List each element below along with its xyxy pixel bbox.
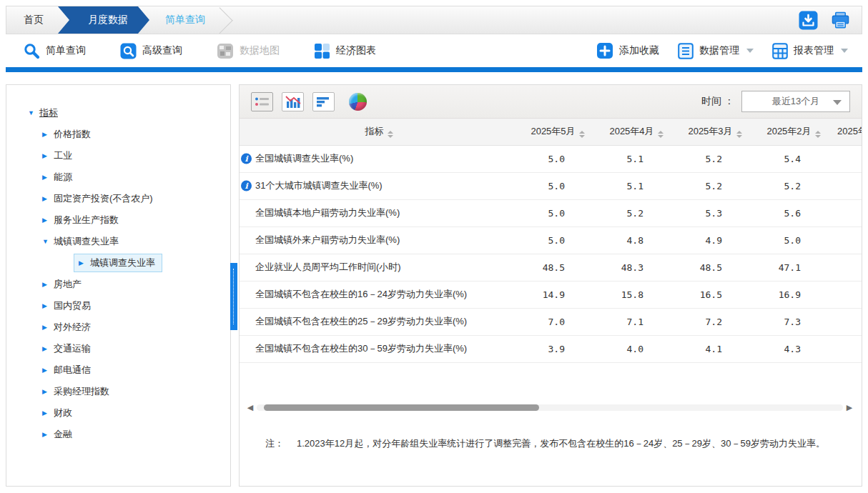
sort-icon[interactable] (658, 131, 664, 138)
download-button[interactable] (799, 11, 818, 30)
add-favorite-button[interactable]: 添加收藏 (596, 42, 659, 59)
table-row[interactable]: 企业就业人员周平均工作时间(小时) 48.5 48.3 48.5 47.1 (240, 254, 862, 281)
tree-collapsed-icon[interactable]: ▶ (42, 388, 54, 395)
economic-charts-button[interactable]: 经济图表 (314, 43, 376, 59)
printer-icon (831, 11, 850, 30)
scroll-right-icon[interactable]: ▶ (844, 403, 854, 412)
tree-expanded-icon[interactable]: ▼ (42, 238, 54, 245)
tree-expanded-icon[interactable]: ▼ (28, 109, 39, 116)
cell-value: 4.9 (676, 226, 754, 254)
tree-item-survey-unemployment[interactable]: ▼城镇调查失业率 (42, 231, 230, 252)
tree-item-pmi[interactable]: ▶采购经理指数 (42, 381, 230, 402)
cell-value: 14.9 (518, 281, 597, 308)
tree-item-post-telecom[interactable]: ▶邮电通信 (42, 359, 230, 381)
table-header-row: 指标 2025年5月 2025年4月 2025年3月 2025年2月 2025年 (240, 119, 862, 145)
tree-item-domestic-trade[interactable]: ▶国内贸易 (42, 295, 230, 317)
tree-item-fiscal[interactable]: ▶财政 (42, 402, 230, 424)
tree-collapsed-icon[interactable]: ▶ (42, 152, 54, 159)
time-range-select[interactable]: 最近13个月 (741, 91, 850, 112)
sort-icon[interactable] (736, 131, 742, 138)
tree-collapsed-icon[interactable]: ▶ (42, 324, 54, 331)
breadcrumb-home-tab[interactable]: 首页 (6, 6, 68, 34)
sort-icon[interactable] (388, 131, 393, 138)
row-label: 全国城镇不包含在校生的30－59岁劳动力失业率(%) (255, 343, 467, 354)
cell-value (833, 172, 862, 199)
advanced-search-icon (120, 43, 137, 59)
tree-item-fixed-assets[interactable]: ▶固定资产投资(不含农户) (42, 188, 230, 209)
table-row[interactable]: 全国城镇不包含在校生的16－24岁劳动力失业率(%) 14.9 15.8 16.… (240, 281, 862, 308)
tree-item-energy[interactable]: ▶能源 (42, 166, 230, 188)
footnote-label: 注： (265, 434, 297, 453)
caret-down-icon (833, 100, 842, 105)
tree-item-price-index[interactable]: ▶价格指数 (42, 124, 230, 145)
info-icon[interactable]: i (241, 154, 252, 164)
info-icon[interactable]: i (241, 181, 252, 191)
tree-item-real-estate[interactable]: ▶房地产 (42, 274, 230, 295)
tree-root-label: 指标 (39, 106, 58, 119)
bar-chart-view-button[interactable] (312, 92, 335, 111)
report-manage-icon (772, 43, 788, 59)
table-row[interactable]: 全国城镇不包含在校生的30－59岁劳动力失业率(%) 3.9 4.0 4.1 4… (240, 335, 862, 362)
breadcrumb-sub-tab[interactable]: 简单查询 (149, 6, 209, 34)
table-row[interactable]: 全国城镇外来户籍劳动力失业率(%) 5.0 4.8 4.9 5.0 (240, 226, 862, 254)
cell-value: 47.1 (754, 254, 833, 281)
tree-collapsed-icon[interactable]: ▶ (42, 174, 54, 181)
tree-collapsed-icon[interactable]: ▶ (42, 216, 54, 224)
cell-value (833, 335, 862, 362)
tree-collapsed-icon[interactable]: ▶ (42, 195, 54, 202)
tree-collapsed-icon[interactable]: ▶ (42, 281, 54, 288)
tree-item-survey-unemployment-child[interactable]: ▶ 城镇调查失业率 (42, 252, 230, 274)
row-label: 31个大城市城镇调查失业率(%) (255, 180, 383, 191)
tree-item-service-index[interactable]: ▶服务业生产指数 (42, 209, 230, 231)
tree-collapsed-icon[interactable]: ▶ (42, 409, 54, 417)
breadcrumb-current-tab[interactable]: 月度数据 (58, 6, 149, 34)
tree-item-label: 能源 (54, 171, 72, 184)
table-view-button[interactable] (251, 92, 273, 111)
tree-selected-item[interactable]: ▶ 城镇调查失业率 (74, 254, 162, 272)
cell-value: 5.2 (676, 172, 754, 199)
cell-value: 5.1 (597, 145, 676, 172)
cell-value: 5.2 (754, 172, 833, 199)
row-label: 全国城镇本地户籍劳动力失业率(%) (255, 207, 400, 218)
simple-query-button[interactable]: 简单查询 (23, 42, 86, 59)
sort-icon[interactable] (815, 131, 821, 138)
tree-item-label: 邮电通信 (54, 364, 91, 377)
table-row[interactable]: i31个大城市城镇调查失业率(%) 5.0 5.1 5.2 5.2 (240, 172, 862, 199)
tree-collapsed-icon[interactable]: ▶ (42, 345, 54, 352)
col-header-2025-05: 2025年5月 (518, 119, 597, 145)
sort-icon[interactable] (579, 131, 585, 138)
tree-root-indicator[interactable]: ▼ 指标 (28, 102, 230, 124)
cell-value: 5.0 (518, 226, 597, 254)
tree-collapsed-icon[interactable]: ▶ (42, 131, 54, 138)
cell-value: 3.9 (518, 335, 597, 362)
report-manage-menu[interactable]: 报表管理 (772, 43, 848, 59)
scrollbar-track[interactable] (257, 404, 843, 411)
tree-collapsed-icon[interactable]: ▶ (42, 302, 54, 309)
cell-value: 5.0 (754, 226, 833, 254)
tree-collapsed-icon[interactable]: ▶ (42, 367, 54, 374)
toolbar-right-group: 添加收藏 数据管理 报表管理 (596, 42, 851, 59)
tree-item-label: 工业 (54, 149, 72, 162)
table-row[interactable]: 全国城镇不包含在校生的25－29岁劳动力失业率(%) 7.0 7.1 7.2 7… (240, 308, 862, 335)
table-row[interactable]: i全国城镇调查失业率(%) 5.0 5.1 5.2 5.4 (240, 145, 862, 172)
tree-collapsed-icon[interactable]: ▶ (42, 431, 54, 438)
cell-value: 5.6 (754, 199, 833, 226)
tree-item-finance[interactable]: ▶金融 (42, 424, 230, 445)
column-chart-view-button[interactable] (282, 92, 304, 111)
scroll-left-icon[interactable]: ◀ (245, 403, 255, 412)
table-row[interactable]: 全国城镇本地户籍劳动力失业率(%) 5.0 5.2 5.3 5.6 (240, 199, 862, 226)
cell-value: 7.3 (754, 308, 833, 335)
scrollbar-thumb[interactable] (264, 404, 539, 411)
pie-chart-view-button[interactable] (349, 93, 367, 111)
tree-item-industry[interactable]: ▶工业 (42, 145, 230, 166)
tree-item-foreign-economy[interactable]: ▶对外经济 (42, 317, 230, 338)
data-manage-menu[interactable]: 数据管理 (678, 43, 754, 59)
cell-value: 4.1 (676, 335, 754, 362)
tree-collapsed-icon[interactable]: ▶ (79, 259, 90, 267)
tree-item-transport[interactable]: ▶交通运输 (42, 338, 230, 359)
col-header-clipped: 2025年 (833, 119, 862, 145)
advanced-query-button[interactable]: 高级查询 (120, 43, 182, 59)
sidebar-resize-handle[interactable] (230, 263, 237, 330)
cell-value: 5.0 (518, 145, 597, 172)
print-button[interactable] (831, 11, 850, 30)
